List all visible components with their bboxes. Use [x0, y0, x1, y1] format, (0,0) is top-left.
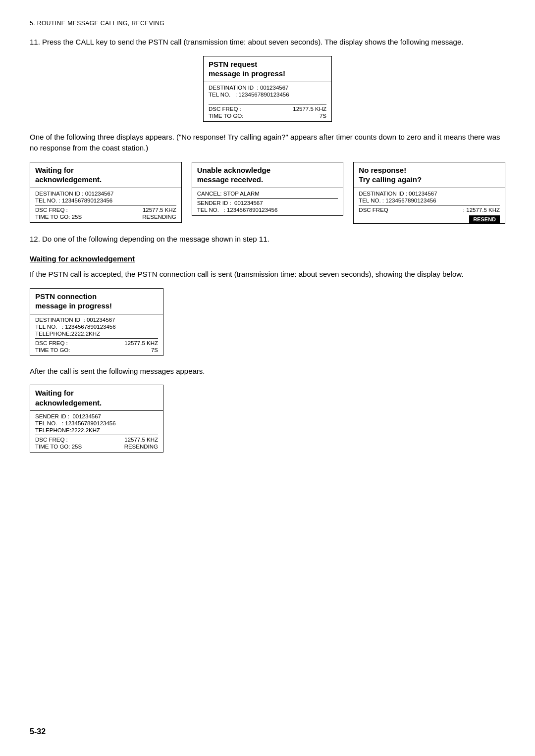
middle-text: One of the following three displays appe…: [30, 132, 505, 154]
no-response-freq-row: DSC FREQ : 12577.5 kHz: [359, 206, 500, 213]
unable-cancel-row: CANCEL: STOP ALARM: [197, 190, 338, 197]
unable-header-line2: message received.: [197, 175, 338, 185]
waiting-display-2: Waiting for acknowledgement. SENDER ID :…: [30, 385, 163, 453]
waiting-display: Waiting for acknowledgement. DESTINATION…: [30, 162, 182, 223]
subsection-text: If the PSTN call is accepted, the PSTN c…: [30, 269, 505, 280]
pstn-conn-tel-row: TEL NO. : 1234567890123456: [35, 323, 158, 330]
after-call-text: After the call is sent the following mes…: [30, 366, 505, 377]
unable-sender-row: SENDER ID : 001234567: [197, 200, 338, 206]
pstn-conn-time-row: TIME TO GO: 7S: [35, 347, 158, 353]
pstn-conn-dest-row: DESTINATION ID : 001234567: [35, 316, 158, 323]
no-response-tel-row: TEL NO. : 1234567890123456: [359, 197, 500, 204]
pstn-connection-display: PSTN connection message in progress! DES…: [30, 288, 163, 356]
display1-tel-row: TEL NO. : 1234567890123456: [209, 91, 326, 98]
display1-freq-row: DSC FREQ : 12577.5 kHz: [209, 105, 326, 112]
waiting2-header-line2: acknowledgement.: [35, 398, 158, 408]
step12-text: 12. Do one of the following depending on…: [30, 234, 505, 245]
waiting-dest-row: DESTINATION ID : 001234567: [35, 190, 176, 197]
display1-header-line1: PSTN request: [209, 59, 326, 69]
waiting-time-row: TIME TO GO: 25S RESENDING: [35, 213, 176, 220]
waiting2-freq-row: DSC FREQ : 12577.5 KHZ: [35, 436, 158, 443]
display1-header-line2: message in progress!: [209, 69, 326, 79]
pstn-conn-freq-row: DSC FREQ : 12577.5 KHZ: [35, 340, 158, 347]
no-response-header-line2: Try calling again?: [359, 175, 500, 185]
pstn-conn-telephone-row: TELEPHONE:2222.2kHz: [35, 330, 158, 337]
no-response-display: No response! Try calling again? DESTINAT…: [353, 162, 505, 224]
pstn-conn-header-line2: message in progress!: [35, 301, 158, 311]
waiting2-telephone-row: TELEPHONE:2222.2kHz: [35, 427, 158, 434]
waiting2-sender-row: SENDER ID : 001234567: [35, 413, 158, 420]
step11-text: 11. Press the CALL key to send the PSTN …: [30, 37, 505, 48]
no-response-dest-row: DESTINATION ID : 001234567: [359, 190, 500, 197]
waiting-header-line2: acknowledgement.: [35, 175, 176, 185]
waiting2-time-row: TIME TO GO: 25S RESENDING: [35, 443, 158, 450]
waiting2-header-line1: Waiting for: [35, 388, 158, 398]
subsection-heading: Waiting for acknowledgement: [30, 254, 505, 263]
unable-header-line1: Unable acknowledge: [197, 165, 338, 175]
pstn-conn-header-line1: PSTN connection: [35, 292, 158, 302]
pstn-request-display: PSTN request message in progress! DESTIN…: [203, 56, 332, 122]
waiting2-tel-row: TEL NO. : 1234567890123456: [35, 420, 158, 427]
page-number: 5-32: [30, 727, 46, 736]
display1-dest-row: DESTINATION ID : 001234567: [209, 84, 326, 91]
section-header: 5. ROUTINE MESSAGE CALLING, RECEVING: [30, 20, 505, 27]
waiting-header-line1: Waiting for: [35, 165, 176, 175]
waiting-freq-row: DSC FREQ : 12577.5 kHz: [35, 206, 176, 213]
resend-button[interactable]: RESEND: [469, 215, 500, 223]
unable-tel-row: TEL NO. : 1234567890123456: [197, 206, 338, 213]
unable-display: Unable acknowledge message received. CAN…: [192, 162, 344, 216]
display1-time-row: TIME TO GO: 7S: [209, 112, 326, 119]
waiting-tel-row: TEL NO. : 1234567890123456: [35, 197, 176, 204]
no-response-header-line1: No response!: [359, 165, 500, 175]
